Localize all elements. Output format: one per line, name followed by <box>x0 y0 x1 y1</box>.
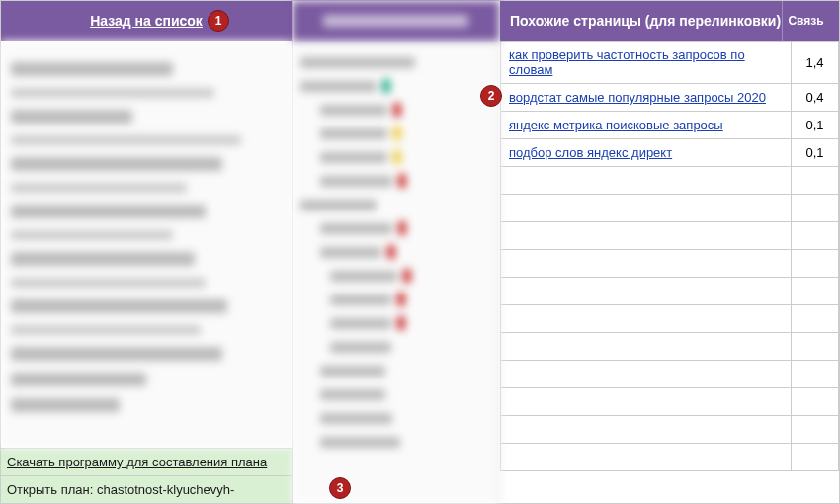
empty-cell <box>501 305 792 333</box>
table-row: вордстат самые популярные запросы 20200,… <box>501 84 839 112</box>
annotation-badge-1: 1 <box>208 10 229 32</box>
empty-cell <box>792 250 839 278</box>
empty-cell <box>501 167 792 195</box>
related-page-cell: яндекс метрика поисковые запросы <box>501 112 792 139</box>
table-row <box>501 333 839 361</box>
table-row <box>501 222 839 250</box>
table-row <box>501 444 839 471</box>
empty-cell <box>501 444 792 471</box>
empty-cell <box>792 333 839 361</box>
table-row <box>501 388 839 416</box>
empty-cell <box>501 333 792 361</box>
empty-cell <box>501 222 792 250</box>
right-column: Похожие страницы (для перелинковки) Связ… <box>500 1 839 503</box>
annotation-badge-2: 2 <box>480 85 502 107</box>
empty-cell <box>501 388 792 416</box>
middle-column-blurred <box>293 1 500 503</box>
left-body-blurred <box>1 41 292 448</box>
back-to-list-link[interactable]: Назад на список <box>90 13 203 29</box>
table-row <box>501 278 839 305</box>
connection-value: 1,4 <box>792 42 839 84</box>
table-row <box>501 250 839 278</box>
middle-header <box>293 1 499 41</box>
empty-cell <box>501 416 792 444</box>
empty-cell <box>792 361 839 388</box>
related-page-link[interactable]: вордстат самые популярные запросы 2020 <box>509 90 766 105</box>
table-row: яндекс метрика поисковые запросы0,1 <box>501 112 839 139</box>
related-pages-table: как проверить частотность запросов по сл… <box>500 41 839 471</box>
empty-cell <box>792 222 839 250</box>
empty-cell <box>501 250 792 278</box>
empty-cell <box>792 444 839 471</box>
left-header: Назад на список <box>1 1 292 41</box>
related-page-cell: вордстат самые популярные запросы 2020 <box>501 84 792 112</box>
empty-cell <box>501 361 792 388</box>
related-page-link[interactable]: подбор слов яндекс директ <box>509 145 672 160</box>
table-row: как проверить частотность запросов по сл… <box>501 42 839 84</box>
empty-cell <box>792 195 839 222</box>
empty-cell <box>792 416 839 444</box>
related-pages-title: Похожие страницы (для перелинковки) <box>510 13 781 29</box>
related-page-link[interactable]: как проверить частотность запросов по сл… <box>509 47 745 77</box>
empty-cell <box>501 278 792 305</box>
related-page-cell: как проверить частотность запросов по сл… <box>501 42 792 84</box>
left-column: Назад на список Скачать программу для со… <box>1 1 293 503</box>
table-row <box>501 416 839 444</box>
annotation-badge-3: 3 <box>329 477 351 499</box>
table-row: подбор слов яндекс директ0,1 <box>501 139 839 167</box>
table-row <box>501 361 839 388</box>
table-row <box>501 167 839 195</box>
connection-value: 0,1 <box>792 139 839 167</box>
table-row <box>501 195 839 222</box>
related-page-cell: подбор слов яндекс директ <box>501 139 792 167</box>
table-row <box>501 305 839 333</box>
connection-value: 0,1 <box>792 112 839 139</box>
empty-cell <box>792 388 839 416</box>
empty-cell <box>792 167 839 195</box>
empty-cell <box>501 195 792 222</box>
connection-value: 0,4 <box>792 84 839 112</box>
connection-header: Связь <box>782 1 829 41</box>
download-program-link[interactable]: Скачать программу для составления плана <box>1 449 292 476</box>
related-page-link[interactable]: яндекс метрика поисковые запросы <box>509 118 723 132</box>
right-header: Похожие страницы (для перелинковки) Связ… <box>500 1 839 41</box>
left-footer: Скачать программу для составления плана … <box>1 448 292 503</box>
empty-cell <box>792 305 839 333</box>
open-plan-label: Открыть план: chastotnost-klyuchevyh- <box>1 476 292 503</box>
empty-cell <box>792 278 839 305</box>
